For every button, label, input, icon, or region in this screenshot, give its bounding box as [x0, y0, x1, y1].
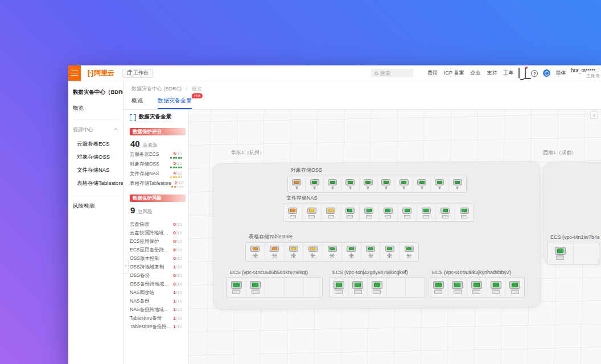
tablestore-instance-icon[interactable] [341, 243, 361, 261]
panel-title: 数据灾备全景 [139, 113, 171, 121]
tablestore-instance-icon[interactable] [399, 243, 418, 261]
nas-filesystem-icon[interactable] [455, 204, 474, 221]
risk-row[interactable]: ECS应用备份跨地域复制 0/10 [130, 246, 186, 254]
workbench-button[interactable]: 工作台 [122, 69, 153, 78]
account-menu[interactable]: h0r_ta*****... 主账号 [571, 68, 600, 79]
ecs-server-icon[interactable] [486, 278, 505, 297]
ecs-server-icon[interactable] [548, 242, 573, 264]
ecs-server-icon[interactable] [505, 278, 524, 297]
globe-icon[interactable] [543, 69, 550, 77]
oss-bucket-icon[interactable] [448, 176, 466, 192]
hamburger-menu-button[interactable] [68, 65, 81, 81]
topbar-nav-link[interactable]: 费用 [427, 69, 438, 77]
sidebar-collapse-handle[interactable]: ‹ [124, 259, 129, 274]
nas-filesystem-icon[interactable] [435, 204, 455, 221]
risk-row[interactable]: OSS跨地域复制 1/10 [130, 263, 186, 271]
score-row-ecs[interactable]: 云服务器ECS 5/10 [130, 151, 186, 161]
ecs-server-icon[interactable] [348, 278, 368, 297]
panorama-canvas[interactable]: 华东1（杭州） 西南1（成都） 对象存储OSS 文件存储NAS [189, 110, 601, 364]
tablestore-instance-icon[interactable] [284, 243, 303, 261]
oss-bucket-icon[interactable] [305, 176, 323, 192]
ecs-server-icon[interactable] [330, 278, 348, 297]
help-icon[interactable]: ? [531, 70, 538, 77]
score-row-oss[interactable]: 对象存储OSS 5/10 [130, 161, 186, 171]
tablestore-instance-icon[interactable] [303, 243, 322, 261]
ecs-server-icon[interactable] [284, 278, 303, 297]
ecs-server-icon[interactable] [573, 242, 599, 264]
score-dots [170, 176, 182, 178]
tab-panorama[interactable]: 数据灾备全景 Hot [158, 97, 192, 109]
risk-row[interactable]: OSS备份 0/10 [130, 271, 186, 280]
risk-row[interactable]: 云盘快照 0/10 [130, 220, 186, 229]
risk-row[interactable]: OSS版本控制 0/10 [130, 254, 186, 263]
oss-bucket-icon[interactable] [394, 176, 412, 192]
locale-switch[interactable]: 简体 [555, 69, 566, 77]
score-row-nas[interactable]: 文件存储NAS 4/10 [130, 171, 186, 180]
oss-bucket-icon[interactable] [359, 176, 377, 192]
sidebar-item-overview[interactable]: 概览 [68, 96, 123, 119]
risk-row[interactable]: ECS应用保护 0/10 [130, 237, 186, 246]
score-row-tablestore[interactable]: 表格存储Tablestore 2/10 [130, 180, 186, 190]
oss-bucket-icon[interactable] [323, 176, 341, 192]
canvas-control-button[interactable] [590, 111, 598, 119]
tablestore-instance-icon[interactable] [361, 243, 380, 261]
topbar-right: 费用ICP 备案企业支持工单 ? 简体 h0r_ta*****... 主账号 [371, 68, 601, 79]
ecs-server-icon[interactable] [467, 278, 486, 297]
sidebar-item-risk-detect[interactable]: 风险检测 [68, 196, 123, 216]
tablestore-instance-icon[interactable] [246, 243, 265, 261]
nas-filesystem-icon[interactable] [340, 204, 360, 221]
risk-row[interactable]: OSS备份跨地域复制 0/10 [130, 280, 186, 288]
risk-row[interactable]: Tablestore备份跨地域复... 1/10 [130, 322, 186, 331]
sidebar-section-resource-center[interactable]: 资源中心 [68, 120, 123, 138]
sidebar-item[interactable]: 表格存储Tablestore [68, 177, 123, 190]
ecs-server-icon[interactable] [367, 278, 386, 297]
sidebar-item[interactable]: 云服务器ECS [68, 138, 123, 151]
risk-row[interactable]: NAS备份 1/10 [130, 297, 186, 305]
nas-filesystem-icon[interactable] [283, 204, 302, 221]
risk-row[interactable]: Tablestore备份 1/10 [130, 314, 186, 322]
sidebar-item[interactable]: 文件存储NAS [68, 164, 123, 177]
oss-bucket-icon[interactable] [288, 176, 305, 192]
ecs-server-icon[interactable] [448, 278, 467, 297]
ecs-server-icon[interactable] [386, 278, 406, 297]
ecs-server-icon[interactable] [265, 278, 284, 297]
sidebar-item[interactable]: 对象存储OSS [68, 151, 123, 164]
ecs-server-icon[interactable] [429, 278, 448, 297]
topbar-nav-link[interactable]: ICP 备案 [444, 69, 464, 77]
oss-bucket-icon[interactable] [430, 176, 448, 192]
oss-bucket-icon[interactable] [413, 176, 430, 192]
ecs-server-icon[interactable] [303, 278, 322, 297]
search-input[interactable] [380, 71, 409, 76]
resource-group-ecs-remote: ECS (vpc-t4n1iw7b4a9a... [547, 234, 599, 264]
nas-filesystem-icon[interactable] [378, 204, 398, 221]
tablestore-instance-icon[interactable] [265, 243, 284, 261]
main-area: 数据灾备中心 (BDRC) / 概览 概览 数据灾备全景 Hot 数据灾备全景 [124, 81, 601, 364]
total-risks-value: 9 [130, 205, 135, 215]
nas-filesystem-icon[interactable] [302, 204, 322, 221]
notification-dot [525, 67, 528, 69]
topbar-nav-link[interactable]: 企业 [470, 69, 480, 77]
global-search[interactable] [371, 69, 413, 77]
risk-row[interactable]: NAS回收站 1/10 [130, 288, 186, 297]
nas-filesystem-icon[interactable] [359, 204, 378, 221]
tablestore-instance-icon[interactable] [380, 243, 399, 261]
ecs-server-icon[interactable] [246, 278, 265, 297]
nas-filesystem-icon[interactable] [417, 204, 436, 221]
risk-row[interactable]: 云盘快照跨地域复制 0/10 [130, 229, 186, 237]
resource-group-oss: 对象存储OSS [287, 167, 467, 193]
tab-overview[interactable]: 概览 [131, 97, 143, 109]
oss-bucket-icon[interactable] [341, 176, 359, 192]
topbar-nav-link[interactable]: 支持 [487, 69, 497, 77]
ecs-server-icon[interactable] [405, 278, 425, 297]
nas-filesystem-icon[interactable] [397, 204, 417, 221]
nas-filesystem-icon[interactable] [321, 204, 340, 221]
notification-bell-icon[interactable] [525, 68, 526, 78]
tablestore-instance-icon[interactable] [322, 243, 341, 261]
console-monitor-icon[interactable] [518, 68, 520, 78]
breadcrumb-item[interactable]: 数据灾备中心 (BDRC) [131, 86, 182, 92]
risk-row[interactable]: NAS备份跨地域复制 1/10 [130, 305, 186, 314]
ecs-server-icon[interactable] [227, 278, 246, 297]
oss-bucket-icon[interactable] [377, 176, 394, 192]
aliyun-logo[interactable]: [-]阿里云 [88, 68, 114, 78]
topbar-nav-link[interactable]: 工单 [503, 69, 513, 77]
